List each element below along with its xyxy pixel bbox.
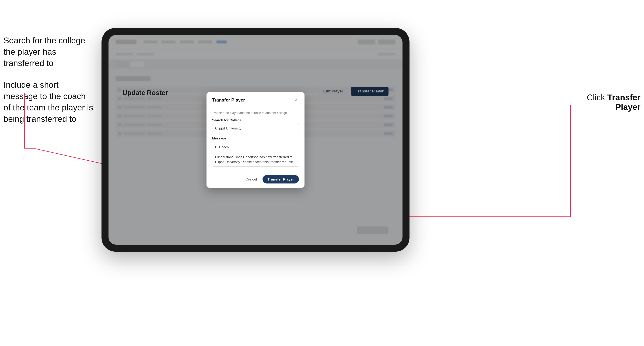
tablet-screen: Update Roster Edit Player Transfer Playe… [108, 35, 402, 245]
search-college-input[interactable] [212, 124, 299, 133]
search-college-label: Search for College [212, 118, 299, 122]
transfer-player-modal: Transfer Player × Transfer the player an… [206, 92, 304, 188]
transfer-player-button[interactable]: Transfer Player [262, 175, 299, 183]
modal-footer: Cancel Transfer Player [206, 172, 304, 188]
annotation-left: Search for the college the player has tr… [4, 35, 94, 125]
modal-close-button[interactable]: × [292, 97, 299, 103]
message-label: Message [212, 137, 299, 140]
message-textarea[interactable]: Hi Coach, I understand Chris Robertson h… [212, 142, 299, 167]
tablet-frame: Update Roster Edit Player Transfer Playe… [102, 28, 410, 252]
left-bracket-decoration [24, 93, 35, 149]
annotation-search-text: Search for the college the player has tr… [4, 35, 94, 69]
annotation-click-text: Click Transfer Player [587, 93, 640, 112]
annotation-right: Click Transfer Player [564, 93, 640, 112]
modal-body: Transfer the player and their profile to… [206, 107, 304, 172]
annotation-message-text: Include a short message to the coach of … [4, 79, 94, 125]
modal-subtitle: Transfer the player and their profile to… [212, 111, 299, 115]
modal-title: Transfer Player [212, 97, 245, 103]
modal-header: Transfer Player × [206, 92, 304, 107]
cancel-button[interactable]: Cancel [243, 175, 260, 183]
modal-overlay: Transfer Player × Transfer the player an… [108, 35, 402, 245]
